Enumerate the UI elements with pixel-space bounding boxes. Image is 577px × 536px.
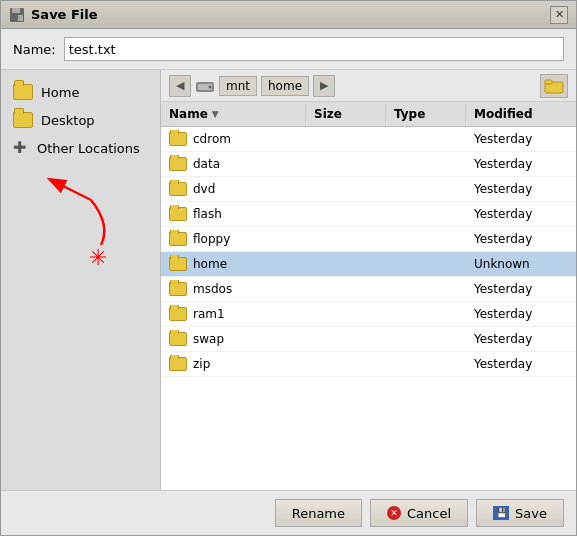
folder-icon bbox=[169, 332, 187, 346]
file-name-cell: swap bbox=[161, 330, 306, 348]
folder-icon bbox=[169, 182, 187, 196]
folder-icon bbox=[169, 132, 187, 146]
file-modified-cell: Yesterday bbox=[466, 130, 576, 148]
file-name-cell: home bbox=[161, 255, 306, 273]
breadcrumb-mnt[interactable]: mnt bbox=[219, 76, 257, 96]
table-row[interactable]: dvdYesterday bbox=[161, 177, 576, 202]
svg-line-3 bbox=[51, 180, 91, 200]
svg-rect-2 bbox=[18, 15, 23, 21]
file-size-cell bbox=[306, 155, 386, 173]
table-row[interactable]: homeUnknown bbox=[161, 252, 576, 277]
file-type-cell bbox=[386, 305, 466, 323]
sidebar-item-desktop[interactable]: Desktop bbox=[1, 106, 160, 134]
folder-icon bbox=[169, 207, 187, 221]
table-row[interactable]: swapYesterday bbox=[161, 327, 576, 352]
file-modified-cell: Yesterday bbox=[466, 355, 576, 373]
folder-icon bbox=[169, 357, 187, 371]
floppy-icon bbox=[9, 7, 25, 23]
file-size-cell bbox=[306, 280, 386, 298]
col-modified-header[interactable]: Modified bbox=[466, 105, 576, 123]
file-name-cell: msdos bbox=[161, 280, 306, 298]
table-row[interactable]: flashYesterday bbox=[161, 202, 576, 227]
file-modified-cell: Yesterday bbox=[466, 280, 576, 298]
folder-icon bbox=[13, 84, 33, 100]
file-name-cell: zip bbox=[161, 355, 306, 373]
dialog-title: Save File bbox=[31, 7, 98, 22]
file-size-cell bbox=[306, 330, 386, 348]
sort-arrow: ▼ bbox=[212, 109, 219, 119]
file-modified-cell: Yesterday bbox=[466, 230, 576, 248]
title-bar: Save File ✕ bbox=[1, 1, 576, 29]
back-button[interactable]: ◀ bbox=[169, 75, 191, 97]
folder-icon bbox=[169, 307, 187, 321]
svg-rect-9 bbox=[545, 80, 552, 84]
file-size-cell bbox=[306, 255, 386, 273]
col-type-header[interactable]: Type bbox=[386, 105, 466, 123]
file-size-cell bbox=[306, 130, 386, 148]
file-name-cell: flash bbox=[161, 205, 306, 223]
save-button[interactable]: 💾 Save bbox=[476, 499, 564, 527]
file-modified-cell: Yesterday bbox=[466, 155, 576, 173]
folder-icon bbox=[169, 257, 187, 271]
save-file-dialog: Save File ✕ Name: Home Desktop ✚ Other L… bbox=[0, 0, 577, 536]
file-name-cell: cdrom bbox=[161, 130, 306, 148]
file-modified-cell: Yesterday bbox=[466, 180, 576, 198]
new-folder-icon bbox=[544, 78, 564, 94]
file-list-header: Name ▼ Size Type Modified bbox=[161, 102, 576, 127]
table-row[interactable]: msdosYesterday bbox=[161, 277, 576, 302]
file-size-cell bbox=[306, 230, 386, 248]
file-name-cell: data bbox=[161, 155, 306, 173]
file-size-cell bbox=[306, 305, 386, 323]
sidebar-item-other-locations[interactable]: ✚ Other Locations bbox=[1, 134, 160, 162]
file-type-cell bbox=[386, 280, 466, 298]
file-name-cell: dvd bbox=[161, 180, 306, 198]
forward-button[interactable]: ▶ bbox=[313, 75, 335, 97]
file-size-cell bbox=[306, 355, 386, 373]
sidebar-label-other-locations: Other Locations bbox=[37, 141, 140, 156]
name-bar: Name: bbox=[1, 29, 576, 69]
bottom-bar: Rename ✕ Cancel 💾 Save bbox=[1, 490, 576, 535]
col-name-header[interactable]: Name ▼ bbox=[161, 105, 306, 123]
file-type-cell bbox=[386, 330, 466, 348]
folder-icon bbox=[169, 282, 187, 296]
sidebar-label-desktop: Desktop bbox=[41, 113, 95, 128]
drive-icon bbox=[195, 78, 215, 94]
sidebar-label-home: Home bbox=[41, 85, 79, 100]
forward-icon: ▶ bbox=[320, 79, 328, 92]
cancel-icon: ✕ bbox=[387, 506, 401, 520]
rename-button[interactable]: Rename bbox=[275, 499, 362, 527]
file-list: cdromYesterdaydataYesterdaydvdYesterdayf… bbox=[161, 127, 576, 490]
file-type-cell bbox=[386, 230, 466, 248]
breadcrumb-home[interactable]: home bbox=[261, 76, 309, 96]
table-row[interactable]: cdromYesterday bbox=[161, 127, 576, 152]
cancel-button[interactable]: ✕ Cancel bbox=[370, 499, 468, 527]
sidebar-item-home[interactable]: Home bbox=[1, 78, 160, 106]
new-folder-button[interactable] bbox=[540, 74, 568, 98]
file-type-cell bbox=[386, 255, 466, 273]
table-row[interactable]: floppyYesterday bbox=[161, 227, 576, 252]
file-type-cell bbox=[386, 155, 466, 173]
table-row[interactable]: dataYesterday bbox=[161, 152, 576, 177]
file-type-cell bbox=[386, 130, 466, 148]
file-modified-cell: Yesterday bbox=[466, 330, 576, 348]
folder-icon bbox=[169, 157, 187, 171]
svg-rect-1 bbox=[12, 8, 20, 13]
folder-icon bbox=[169, 232, 187, 246]
table-row[interactable]: zipYesterday bbox=[161, 352, 576, 377]
svg-point-7 bbox=[209, 85, 212, 88]
breadcrumb-bar: ◀ mnt home ▶ bbox=[161, 70, 576, 102]
back-icon: ◀ bbox=[176, 79, 184, 92]
file-name-cell: ram1 bbox=[161, 305, 306, 323]
close-button[interactable]: ✕ bbox=[550, 6, 568, 24]
plus-icon: ✚ bbox=[13, 140, 29, 156]
file-modified-cell: Unknown bbox=[466, 255, 576, 273]
title-bar-left: Save File bbox=[9, 7, 98, 23]
table-row[interactable]: ram1Yesterday bbox=[161, 302, 576, 327]
file-size-cell bbox=[306, 180, 386, 198]
file-modified-cell: Yesterday bbox=[466, 205, 576, 223]
folder-icon bbox=[13, 112, 33, 128]
col-size-header[interactable]: Size bbox=[306, 105, 386, 123]
name-label: Name: bbox=[13, 42, 56, 57]
filename-input[interactable] bbox=[64, 37, 564, 61]
file-type-cell bbox=[386, 355, 466, 373]
